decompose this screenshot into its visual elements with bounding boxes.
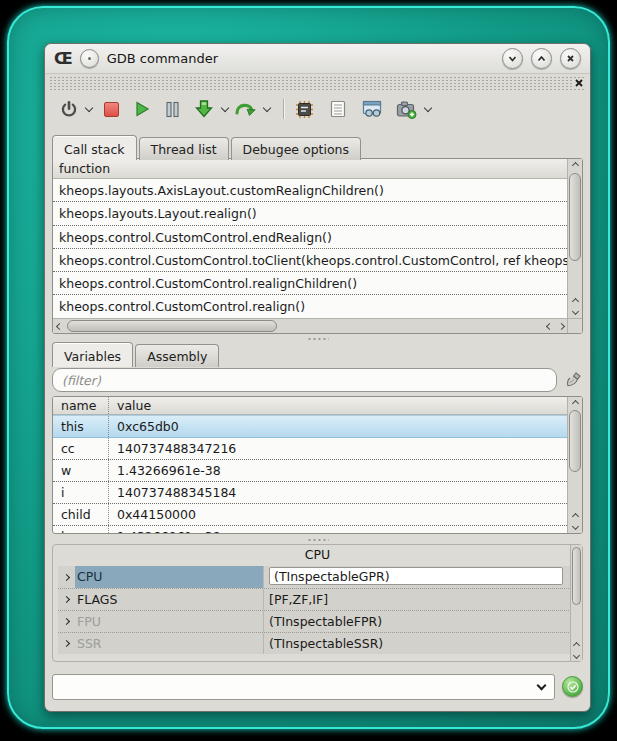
gdb-commander-window: Œ GDB commander — [44, 43, 591, 712]
scrollbar-thumb[interactable] — [569, 410, 581, 472]
variable-row[interactable]: i 140737488345184 — [53, 482, 567, 504]
cpu-tree-row[interactable]: SSR (TInspectableSSR) — [58, 632, 577, 654]
variables-header: name value — [53, 397, 582, 415]
power-icon — [60, 100, 78, 118]
tab-debugee-options[interactable]: Debugee options — [231, 137, 362, 160]
scroll-up-button[interactable] — [568, 398, 582, 409]
register-group-name: CPU — [75, 566, 263, 588]
chevron-down-icon — [571, 523, 578, 530]
scroll-down-button[interactable] — [568, 306, 582, 317]
maximize-button[interactable] — [531, 48, 552, 69]
splitter-handle[interactable] — [52, 536, 583, 543]
gdb-command-combobox[interactable] — [52, 674, 555, 700]
call-stack-panel: function kheops.layouts.AxisLayout.custo… — [52, 158, 583, 334]
scroll-down-button[interactable] — [568, 521, 582, 532]
scroll-down-button[interactable] — [571, 650, 582, 661]
call-stack-vertical-scrollbar[interactable] — [567, 159, 582, 318]
run-button[interactable] — [131, 96, 153, 122]
command-row — [52, 673, 583, 700]
app-logo-icon: Œ — [54, 51, 72, 67]
variable-row[interactable]: b 1.43266961e-38 — [53, 526, 567, 533]
variables-vertical-scrollbar[interactable] — [567, 397, 582, 533]
column-header-value[interactable]: value — [109, 397, 582, 414]
watch-view-button[interactable] — [360, 96, 384, 122]
step-down-dropdown-button[interactable] — [216, 96, 232, 122]
chevron-right-icon — [63, 618, 70, 625]
cpu-vertical-scrollbar[interactable] — [570, 545, 582, 661]
tab-variables[interactable]: Variables — [52, 342, 133, 367]
clear-filter-button[interactable] — [563, 370, 583, 390]
pause-button[interactable] — [163, 96, 182, 122]
scroll-left-button[interactable] — [53, 319, 65, 333]
scrollbar-thumb[interactable] — [569, 173, 581, 261]
cpu-tree-row[interactable]: FPU (TInspectableFPR) — [58, 610, 577, 632]
power-button[interactable] — [58, 96, 80, 122]
expand-button[interactable] — [58, 641, 75, 646]
document-list-icon — [330, 100, 346, 118]
chevron-down-icon — [573, 652, 580, 659]
step-down-button[interactable] — [192, 96, 216, 122]
call-stack-horizontal-scrollbar[interactable] — [53, 318, 567, 333]
scroll-left-button[interactable] — [543, 319, 555, 333]
dock-close-button[interactable] — [572, 78, 586, 88]
snapshot-dropdown-button[interactable] — [419, 96, 435, 122]
tab-call-stack[interactable]: Call stack — [52, 135, 137, 160]
variable-row[interactable]: child 0x44150000 — [53, 504, 567, 526]
tab-thread-list[interactable]: Thread list — [139, 137, 229, 160]
cpu-view-button[interactable] — [293, 96, 316, 122]
call-stack-column-header[interactable]: function — [53, 159, 582, 179]
chevron-left-icon — [55, 322, 62, 329]
step-over-arrow-icon — [234, 99, 256, 119]
output-view-button[interactable] — [328, 96, 348, 122]
scrollbar-thumb[interactable] — [67, 320, 277, 332]
close-icon — [565, 53, 576, 64]
scroll-up-button[interactable] — [568, 160, 582, 171]
call-stack-row[interactable]: kheops.layouts.AxisLayout.customRealignC… — [53, 179, 567, 202]
titlebar[interactable]: Œ GDB commander — [45, 44, 590, 74]
variable-row[interactable]: cc 140737488347216 — [53, 438, 567, 460]
call-stack-row[interactable]: kheops.control.CustomControl.endRealign(… — [53, 226, 567, 249]
tab-assembly[interactable]: Assembly — [135, 344, 219, 367]
call-stack-row[interactable]: kheops.layouts.Layout.realign() — [53, 202, 567, 225]
chevron-down-icon — [536, 680, 546, 690]
column-header-name[interactable]: name — [53, 397, 109, 414]
top-tab-bar: Call stack Thread list Debugee options — [52, 133, 583, 159]
variable-row[interactable]: w 1.43266961e-38 — [53, 460, 567, 482]
combobox-dropdown-button[interactable] — [528, 682, 554, 692]
variable-name: b — [53, 526, 109, 533]
scrollbar-thumb[interactable] — [572, 547, 581, 605]
send-command-button[interactable] — [562, 676, 583, 697]
scroll-right-button[interactable] — [555, 319, 567, 333]
variable-value: 140737488347216 — [109, 438, 567, 459]
stop-button[interactable] — [102, 96, 121, 122]
variable-row-selected[interactable]: this 0xc65db0 — [53, 415, 567, 438]
minimize-button[interactable] — [502, 48, 523, 69]
cpu-tree-row[interactable]: FLAGS [PF,ZF,IF] — [58, 588, 577, 610]
dock-drag-handle[interactable] — [49, 75, 586, 90]
variable-value: 0xc65db0 — [109, 416, 567, 437]
gdb-command-input[interactable] — [53, 676, 528, 698]
step-over-button[interactable] — [232, 96, 258, 122]
variable-name: cc — [53, 438, 109, 459]
register-group-value[interactable]: (TInspectableGPR) — [263, 566, 563, 588]
snapshot-button[interactable] — [394, 96, 419, 122]
call-stack-row[interactable]: kheops.control.CustomControl.toClient(kh… — [53, 249, 567, 272]
variable-name: child — [53, 504, 109, 525]
variable-name: this — [53, 416, 109, 437]
call-stack-row[interactable]: kheops.control.CustomControl.realignChil… — [53, 272, 567, 295]
chevron-right-icon — [63, 573, 70, 580]
chevron-up-icon — [571, 400, 578, 407]
expand-button[interactable] — [58, 575, 75, 580]
power-dropdown-button[interactable] — [80, 96, 96, 122]
chevron-left-icon — [545, 322, 552, 329]
expand-button[interactable] — [58, 619, 75, 624]
window-menu-button[interactable] — [80, 49, 99, 68]
register-value-field[interactable]: (TInspectableGPR) — [269, 567, 563, 585]
close-button[interactable] — [560, 48, 581, 69]
filter-input[interactable] — [52, 368, 557, 392]
step-over-dropdown-button[interactable] — [258, 96, 274, 122]
cpu-tree-row-selected[interactable]: CPU (TInspectableGPR) — [58, 566, 577, 588]
cpu-group-title: CPU — [53, 545, 582, 565]
call-stack-row[interactable]: kheops.control.CustomControl.realign() — [53, 295, 567, 318]
expand-button[interactable] — [58, 597, 75, 602]
